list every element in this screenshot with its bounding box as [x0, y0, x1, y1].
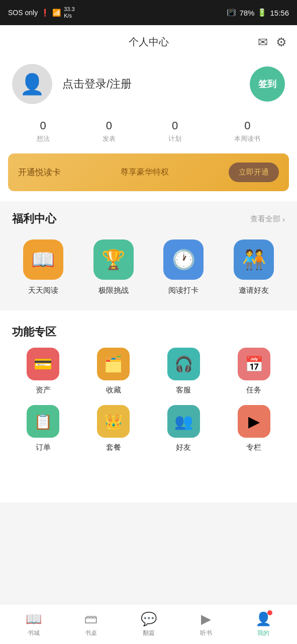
features-title: 功能专区: [12, 326, 56, 338]
feature-item-column[interactable]: ▶ 专栏: [219, 405, 289, 452]
package-icon-wrap: 👑: [97, 405, 130, 438]
assets-label: 资产: [36, 385, 51, 395]
nav-audiobook-label: 听书: [200, 629, 212, 637]
friends-icon-wrap: 👥: [167, 405, 200, 438]
vibrate-icon: 📳: [227, 8, 236, 17]
column-icon-wrap: ▶: [238, 405, 270, 438]
sos-text: SOS only: [8, 9, 38, 17]
main-content: 个人中心 ✉ ⚙ 👤 点击登录/注册 签到 0 想法 0 发表 0 计划 0 本…: [0, 25, 297, 503]
tasks-icon-wrap: 📅: [238, 348, 270, 380]
vip-banner[interactable]: 开通悦读卡 尊享豪华特权 立即开通: [8, 153, 289, 191]
clock-icon: 🕐: [172, 249, 195, 271]
wallet-icon: 💳: [34, 355, 52, 373]
stat-readshu-number: 0: [244, 119, 250, 132]
nav-mine[interactable]: 👤 我的: [235, 611, 292, 637]
mail-icon[interactable]: ✉: [258, 35, 268, 49]
page-title: 个人中心: [129, 35, 169, 49]
nav-bookdesk-label: 书桌: [85, 629, 97, 637]
welfare-more[interactable]: 查看全部 ›: [250, 214, 285, 224]
folder-heart-icon: 🗂️: [104, 355, 123, 373]
stat-readshu-label: 本周读书: [234, 134, 260, 143]
stat-xiangfa-label: 想法: [37, 134, 50, 143]
orders-label: 订单: [36, 443, 51, 452]
feature-item-favorites[interactable]: 🗂️ 收藏: [78, 348, 149, 395]
nav-audiobook[interactable]: ▶ 听书: [177, 611, 235, 637]
favorites-icon-wrap: 🗂️: [97, 348, 130, 380]
trophy-icon: 🏆: [102, 249, 125, 271]
exclamation-icon: ❗: [41, 9, 49, 17]
feature-item-friends[interactable]: 👥 好友: [149, 405, 219, 452]
welfare-item-invite[interactable]: 🧑‍🤝‍🧑 邀请好友: [234, 239, 274, 295]
login-register-text[interactable]: 点击登录/注册: [62, 76, 240, 92]
checkin-read-icon-wrap: 🕐: [163, 239, 204, 280]
book-open-icon: 📖: [31, 249, 55, 271]
feature-item-service[interactable]: 🎧 客服: [149, 348, 219, 395]
feature-item-package[interactable]: 👑 套餐: [78, 405, 149, 452]
daily-read-icon-wrap: 📖: [23, 239, 63, 280]
audiobook-icon: ▶: [201, 611, 211, 627]
welfare-item-challenge[interactable]: 🏆 极限挑战: [93, 239, 134, 295]
feature-item-tasks[interactable]: 📅 任务: [219, 348, 289, 395]
stat-xiangfa[interactable]: 0 想法: [37, 119, 50, 143]
nav-mine-label: 我的: [257, 629, 269, 637]
clipboard-icon: 📋: [34, 413, 52, 430]
column-label: 专栏: [246, 443, 261, 452]
status-bar: SOS only ❗ 📶 33.3K/s 📳 78% 🔋 15:56: [0, 0, 297, 25]
welfare-grid: 📖 天天阅读 🏆 极限挑战 🕐 阅读打卡 🧑‍🤝‍🧑 邀请好友: [0, 234, 297, 310]
profile-section[interactable]: 👤 点击登录/注册 签到: [0, 54, 297, 114]
header-actions: ✉ ⚙: [258, 35, 287, 49]
chevron-right-icon: ›: [282, 215, 285, 223]
feature-item-orders[interactable]: 📋 订单: [8, 405, 78, 452]
invite-icon-wrap: 🧑‍🤝‍🧑: [234, 239, 274, 280]
avatar[interactable]: 👤: [12, 64, 52, 104]
friends-label: 好友: [176, 443, 191, 452]
features-grid: 💳 资产 🗂️ 收藏 🎧 客服 📅 任务: [0, 348, 297, 462]
bookdesk-icon: 🗃: [84, 611, 97, 627]
battery-icon: 🔋: [257, 8, 267, 17]
stat-readshu[interactable]: 0 本周读书: [234, 119, 260, 143]
crown-icon: 👑: [104, 413, 123, 430]
friends-icon: 👥: [174, 413, 193, 430]
wifi-icon: 📶: [52, 9, 61, 17]
bookstore-icon: 📖: [26, 611, 42, 627]
favorites-label: 收藏: [106, 385, 121, 395]
stats-row: 0 想法 0 发表 0 计划 0 本周读书: [0, 114, 297, 153]
daily-read-label: 天天阅读: [28, 286, 58, 295]
status-left: SOS only ❗ 📶 33.3K/s: [8, 6, 75, 19]
welfare-item-checkin-read[interactable]: 🕐 阅读打卡: [163, 239, 204, 295]
features-section: 功能专区 💳 资产 🗂️ 收藏 🎧 客服: [0, 314, 297, 462]
header: 个人中心 ✉ ⚙: [0, 25, 297, 54]
vip-privilege-text: 尊享豪华特权: [121, 167, 169, 178]
play-icon: ▶: [248, 413, 260, 430]
stat-fabiao-label: 发表: [103, 134, 116, 143]
vip-activate-button[interactable]: 立即开通: [229, 163, 279, 182]
checkin-button[interactable]: 签到: [250, 66, 285, 102]
welfare-item-daily-read[interactable]: 📖 天天阅读: [23, 239, 63, 295]
stat-jihua-number: 0: [172, 119, 178, 132]
nav-flip[interactable]: 💬 翻篇: [120, 611, 177, 637]
stat-fabiao[interactable]: 0 发表: [103, 119, 116, 143]
stat-jihua[interactable]: 0 计划: [168, 119, 181, 143]
calendar-check-icon: 📅: [245, 355, 263, 373]
welfare-title: 福利中心: [12, 211, 56, 226]
nav-bookstore-label: 书城: [28, 629, 40, 637]
battery-percent: 78%: [239, 9, 254, 17]
stat-xiangfa-number: 0: [40, 119, 46, 132]
clock-time: 15:56: [270, 9, 289, 17]
user-icon: 👤: [20, 72, 45, 96]
challenge-label: 极限挑战: [98, 286, 129, 295]
nav-mine-avatar-wrap: 👤: [255, 611, 271, 627]
settings-icon[interactable]: ⚙: [276, 35, 287, 49]
checkin-read-label: 阅读打卡: [168, 286, 199, 295]
service-icon-wrap: 🎧: [167, 348, 200, 380]
notification-dot: [267, 610, 272, 615]
stat-jihua-label: 计划: [168, 134, 181, 143]
nav-bookstore[interactable]: 📖 书城: [5, 611, 62, 637]
assets-icon-wrap: 💳: [27, 348, 59, 380]
feature-item-assets[interactable]: 💳 资产: [8, 348, 78, 395]
nav-bookdesk[interactable]: 🗃 书桌: [62, 611, 120, 637]
invite-label: 邀请好友: [239, 286, 269, 295]
vip-open-text: 开通悦读卡: [18, 167, 61, 178]
bottom-nav: 📖 书城 🗃 书桌 💬 翻篇 ▶ 听书 👤 我的: [0, 604, 297, 644]
flip-icon: 💬: [141, 611, 157, 627]
